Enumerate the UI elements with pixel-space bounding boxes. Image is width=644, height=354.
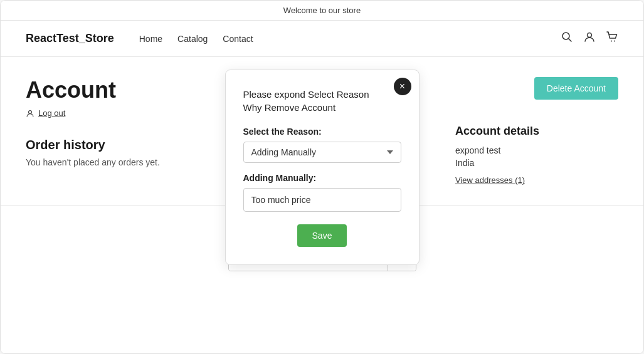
save-button[interactable]: Save bbox=[297, 224, 347, 247]
adding-manually-input[interactable] bbox=[243, 188, 401, 212]
modal-overlay: × Please expond Select Reason Why Remove… bbox=[1, 57, 643, 205]
modal-title: Please expond Select Reason Why Remove A… bbox=[243, 88, 401, 114]
svg-point-2 bbox=[588, 33, 592, 38]
cart-icon[interactable] bbox=[606, 31, 618, 46]
adding-manually-label: Adding Manually: bbox=[243, 173, 401, 183]
logo[interactable]: ReactTest_Store bbox=[26, 32, 114, 45]
svg-line-1 bbox=[569, 39, 572, 42]
announcement-bar: Welcome to our store bbox=[1, 1, 643, 21]
modal-close-button[interactable]: × bbox=[394, 78, 411, 95]
main-nav: Home Catalog Contact bbox=[139, 34, 561, 44]
remove-account-modal: × Please expond Select Reason Why Remove… bbox=[225, 70, 420, 265]
svg-point-4 bbox=[614, 41, 615, 42]
search-icon[interactable] bbox=[561, 31, 573, 46]
header-icons bbox=[561, 31, 618, 46]
nav-contact[interactable]: Contact bbox=[223, 34, 253, 44]
header: ReactTest_Store Home Catalog Contact bbox=[1, 21, 643, 57]
account-icon[interactable] bbox=[583, 31, 596, 46]
nav-catalog[interactable]: Catalog bbox=[177, 34, 208, 44]
reason-select[interactable]: Adding Manually Other bbox=[243, 142, 401, 163]
main-content: Account Log out Order history You haven'… bbox=[1, 57, 643, 205]
nav-home[interactable]: Home bbox=[139, 34, 162, 44]
announcement-text: Welcome to our store bbox=[283, 6, 361, 15]
svg-point-3 bbox=[611, 41, 612, 42]
select-reason-label: Select the Reason: bbox=[243, 127, 401, 137]
